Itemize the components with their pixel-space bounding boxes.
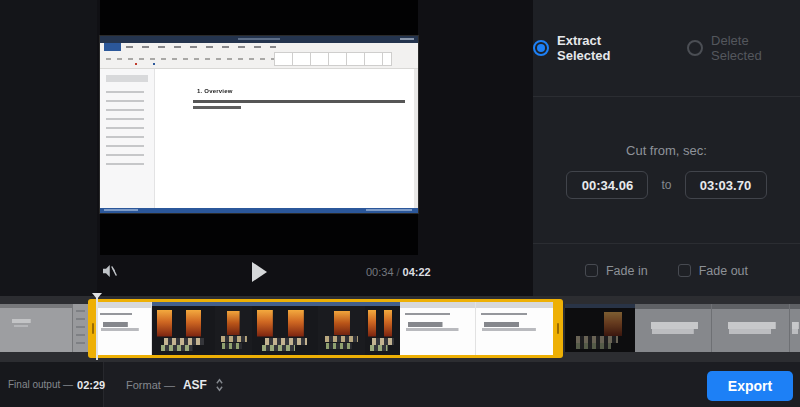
- timeline-thumbnail[interactable]: [635, 304, 712, 352]
- format-value: ASF: [183, 378, 207, 392]
- timeline-thumbnail[interactable]: [790, 304, 800, 352]
- playhead-marker[interactable]: [96, 294, 98, 360]
- word-document-capture: 1. Overview: [100, 36, 418, 213]
- checkbox-icon: [678, 264, 691, 277]
- selection-region[interactable]: [88, 299, 563, 358]
- total-duration: 04:22: [403, 266, 431, 278]
- timeline-thumbnail[interactable]: [565, 304, 635, 352]
- cut-end-input[interactable]: [685, 171, 767, 199]
- document-heading: 1. Overview: [197, 88, 233, 94]
- word-ribbon: [100, 43, 418, 69]
- selection-right-handle[interactable]: [553, 299, 563, 358]
- word-title-bar: [100, 36, 418, 43]
- timeline[interactable]: [0, 296, 800, 362]
- final-output-duration: 02:29: [77, 379, 105, 391]
- final-output-info: Final output — 02:29: [0, 362, 104, 407]
- checkbox-icon: [585, 264, 598, 277]
- mode-section: Extract Selected Delete Selected: [533, 0, 800, 97]
- video-cutter-app: 1. Overview 00:34/04:22: [0, 0, 800, 407]
- timeline-thumbnail[interactable]: [712, 304, 790, 352]
- extract-selected-radio[interactable]: Extract Selected: [533, 33, 655, 63]
- cut-from-label: Cut from, sec:: [533, 143, 800, 158]
- footer-bar: Final output — 02:29 Format — ASF Export: [0, 362, 800, 407]
- video-preview-stage: 1. Overview 00:34/04:22: [97, 0, 533, 296]
- mute-button[interactable]: [99, 262, 119, 282]
- spinner-arrows-icon: [215, 378, 224, 392]
- word-style-gallery: [274, 52, 392, 66]
- to-label: to: [661, 178, 671, 192]
- export-button[interactable]: Export: [707, 371, 793, 401]
- word-file-tab: [104, 43, 121, 51]
- word-status-bar: [100, 208, 418, 213]
- radio-off-icon: [687, 40, 703, 56]
- cut-start-input[interactable]: [566, 171, 648, 199]
- fade-in-checkbox[interactable]: Fade in: [585, 264, 648, 278]
- current-time: 00:34: [366, 266, 394, 278]
- document-text-line: [193, 106, 241, 109]
- video-frame[interactable]: 1. Overview: [100, 0, 418, 255]
- play-icon: [252, 262, 267, 282]
- timeline-thumbnail[interactable]: [73, 304, 88, 352]
- timeline-thumbnail[interactable]: [0, 304, 73, 352]
- play-button[interactable]: [252, 261, 274, 283]
- muted-speaker-icon: [100, 262, 118, 280]
- cut-range-section: Cut from, sec: to: [533, 98, 800, 244]
- delete-selected-radio[interactable]: Delete Selected: [687, 33, 800, 63]
- word-navigation-pane: [100, 69, 155, 208]
- document-text-line: [193, 100, 405, 103]
- fade-out-checkbox[interactable]: Fade out: [678, 264, 748, 278]
- word-scrollbar: [414, 69, 418, 208]
- timeline-track-left: [0, 304, 88, 352]
- word-document-page: 1. Overview: [155, 69, 418, 208]
- timeline-track-right: [565, 304, 800, 352]
- playback-time: 00:34/04:22: [366, 266, 431, 278]
- right-panel: Extract Selected Delete Selected Cut fro…: [533, 0, 800, 296]
- format-select[interactable]: Format — ASF: [126, 362, 224, 407]
- fade-section: Fade in Fade out: [533, 245, 800, 296]
- radio-on-icon: [533, 40, 549, 56]
